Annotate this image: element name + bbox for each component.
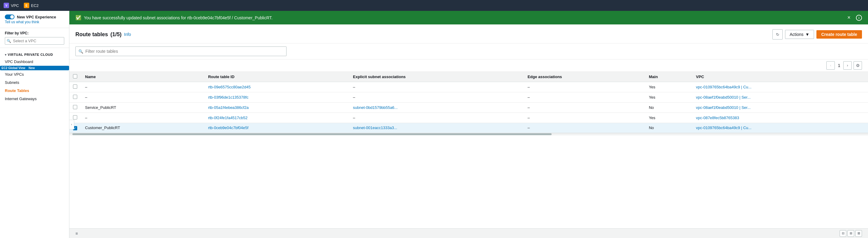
row-edge-associations: – (524, 102, 645, 113)
table-row[interactable]: ✓Customer_PublicRTrtb-0ceb9e04c7bf04e5fs… (69, 123, 868, 133)
vpc-filter-section: Filter by VPC: 🔍 (0, 28, 69, 48)
sidebar-item-ec2-global-view[interactable]: EC2 Global View New (0, 66, 69, 70)
success-check-icon: ✅ (75, 15, 82, 21)
row-checkbox[interactable] (73, 85, 77, 89)
table-row[interactable]: –rtb-09e6575cc80ae2d45––Yesvpc-0109765bc… (69, 82, 868, 92)
col-checkbox (69, 72, 82, 82)
refresh-icon: ↻ (776, 32, 779, 37)
row-checkbox[interactable] (73, 105, 77, 109)
info-icon[interactable]: i (856, 15, 862, 21)
vpc-select-input[interactable] (5, 37, 64, 44)
row-route-table-id[interactable]: rtb-09e6575cc80ae2d45 (205, 82, 349, 92)
row-vpc[interactable]: vpc-087e8fec5b8765383 (692, 113, 868, 123)
search-icon: 🔍 (7, 39, 11, 43)
sidebar-item-your-vpcs[interactable]: Your VPCs (0, 70, 69, 79)
sidebar-item-subnets[interactable]: Subnets (0, 79, 69, 87)
route-tables-table: Name Route table ID Explicit subnet asso… (69, 72, 868, 133)
row-main: Yes (645, 92, 692, 102)
info-link[interactable]: Info (124, 32, 131, 37)
create-route-table-button[interactable]: Create route table (816, 30, 862, 39)
col-name[interactable]: Name (82, 72, 205, 82)
col-main[interactable]: Main (645, 72, 692, 82)
page-title-area: Route tables (1/5) Info (75, 31, 131, 38)
actions-button[interactable]: Actions ▼ (785, 30, 814, 39)
row-main: Yes (645, 82, 692, 92)
vpc-experience-toggle[interactable] (5, 14, 14, 19)
pagination-settings-button[interactable]: ⚙ (854, 61, 862, 70)
content-area: ‹ ✅ You have successfully updated subnet… (69, 11, 868, 238)
panel-split-side-button[interactable]: ⊞ (847, 230, 854, 237)
table-row[interactable]: –rtb-03f96de1c135378fc––Yesvpc-08aef1f0e… (69, 92, 868, 102)
sidebar-section-label: VIRTUAL PRIVATE CLOUD (8, 53, 53, 56)
chevron-down-icon: ▾ (5, 53, 7, 56)
row-name: Customer_PublicRT (82, 123, 205, 133)
row-edge-associations: – (524, 123, 645, 133)
ec2-nav-item[interactable]: E EC2 (24, 3, 39, 8)
pagination-current-page: 1 (837, 63, 841, 68)
vpc-nav-label: VPC (11, 3, 19, 8)
handle-icon: ≡ (75, 231, 78, 236)
row-name: – (82, 92, 205, 102)
row-vpc[interactable]: vpc-08aef1f0eabd50010 | Ser... (692, 92, 868, 102)
header-actions: ↻ Actions ▼ Create route table (772, 29, 862, 39)
toggle-label: New VPC Experience (17, 15, 56, 19)
sidebar-item-internet-gateways[interactable]: Internet Gateways (0, 95, 69, 103)
row-checkbox[interactable] (73, 95, 77, 99)
refresh-button[interactable]: ↻ (772, 29, 783, 39)
horizontal-scrollbar[interactable] (69, 133, 868, 136)
new-badge: New (27, 66, 36, 70)
ec2-nav-label: EC2 (31, 3, 39, 8)
ec2-icon: E (24, 3, 29, 8)
toggle-sub-link[interactable]: Tell us what you think (5, 20, 64, 24)
pagination-prev-button[interactable]: ‹ (826, 61, 835, 70)
row-checkbox[interactable] (73, 115, 77, 119)
success-message: You have successfully updated subnet ass… (84, 16, 843, 20)
success-close-button[interactable]: × (846, 14, 852, 21)
panel-close-button[interactable]: ⊠ (855, 230, 862, 237)
row-vpc[interactable]: vpc-0109765bc64ba49c9 | Cu... (692, 82, 868, 92)
vpc-experience-toggle-section: New VPC Experience Tell us what you thin… (0, 11, 69, 28)
route-table-search-input[interactable] (75, 47, 286, 56)
row-route-table-id[interactable]: rtb-0ceb9e04c7bf04e5f (205, 123, 349, 133)
row-explicit-subnet[interactable]: subnet-0bd1579bb55a6... (349, 102, 524, 113)
panel-split-top-button[interactable]: ⊟ (840, 230, 846, 237)
col-vpc[interactable]: VPC (692, 72, 868, 82)
top-navigation: V VPC E EC2 (0, 0, 868, 11)
table-row[interactable]: Service_PublicRTrtb-05a1f4ebea386cf2asub… (69, 102, 868, 113)
success-banner: ✅ You have successfully updated subnet a… (69, 11, 868, 24)
row-edge-associations: – (524, 113, 645, 123)
vpc-icon: V (4, 3, 9, 8)
table-row[interactable]: –rtb-0f24fe1fa4517cb52––Yesvpc-087e8fec5… (69, 113, 868, 123)
bottom-bar: ≡ ⊟ ⊞ ⊠ (69, 228, 868, 238)
col-edge-assoc[interactable]: Edge associations (524, 72, 645, 82)
row-explicit-subnet[interactable]: subnet-001eacc1333a3... (349, 123, 524, 133)
pagination-next-button[interactable]: › (843, 61, 852, 70)
content-header: Route tables (1/5) Info ↻ Actions ▼ Crea… (69, 24, 868, 43)
sidebar-collapse-button[interactable]: ‹ (69, 120, 74, 129)
sidebar-navigation: ▾ VIRTUAL PRIVATE CLOUD VPC DashboardEC2… (0, 48, 69, 105)
bottom-panel-handle[interactable]: ≡ (75, 231, 78, 236)
row-edge-associations: – (524, 92, 645, 102)
col-explicit-subnet[interactable]: Explicit subnet associations (349, 72, 524, 82)
vpc-nav-item[interactable]: V VPC (4, 3, 19, 8)
sidebar-section-header: ▾ VIRTUAL PRIVATE CLOUD (0, 50, 69, 58)
table-header-row: Name Route table ID Explicit subnet asso… (69, 72, 868, 82)
col-route-table-id[interactable]: Route table ID (205, 72, 349, 82)
row-edge-associations: – (524, 82, 645, 92)
row-vpc[interactable]: vpc-08aef1f0eabd50010 | Ser... (692, 102, 868, 113)
row-route-table-id[interactable]: rtb-05a1f4ebea386cf2a (205, 102, 349, 113)
row-name: – (82, 82, 205, 92)
search-icon: 🔍 (79, 49, 83, 54)
main-content: Route tables (1/5) Info ↻ Actions ▼ Crea… (69, 24, 868, 228)
row-name: – (82, 113, 205, 123)
row-route-table-id[interactable]: rtb-0f24fe1fa4517cb52 (205, 113, 349, 123)
sidebar-item-route-tables[interactable]: Route Tables (0, 87, 69, 95)
row-name: Service_PublicRT (82, 102, 205, 113)
page-title: Route tables (75, 31, 108, 38)
sidebar-item-vpc-dashboard[interactable]: VPC Dashboard (0, 58, 69, 66)
row-route-table-id[interactable]: rtb-03f96de1c135378fc (205, 92, 349, 102)
row-vpc[interactable]: vpc-0109765bc64ba49c9 | Cu... (692, 123, 868, 133)
row-explicit-subnet: – (349, 82, 524, 92)
header-checkbox[interactable] (73, 74, 77, 79)
filter-bar: 🔍 (69, 43, 868, 59)
